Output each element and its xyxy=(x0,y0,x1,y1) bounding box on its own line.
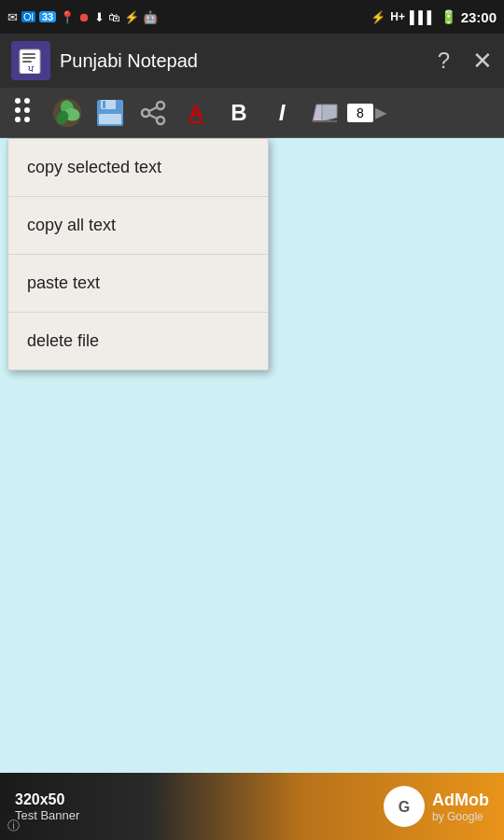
app-title: Punjabi Notepad xyxy=(60,50,428,72)
android-icon: 🤖 xyxy=(143,10,158,24)
ad-text-block: 320x50 Test Banner xyxy=(15,791,79,822)
ad-banner: 320x50 Test Banner G AdMob by Google ⓘ xyxy=(0,773,504,840)
svg-point-20 xyxy=(142,109,149,117)
dots-menu-button[interactable] xyxy=(4,92,45,133)
svg-point-21 xyxy=(157,117,164,124)
ad-size-text: 320x50 xyxy=(15,791,79,808)
eraser-icon xyxy=(309,101,341,125)
svg-point-7 xyxy=(15,117,21,122)
svg-point-5 xyxy=(15,98,21,104)
record-icon: ⏺ xyxy=(78,10,91,24)
italic-icon: I xyxy=(279,100,286,126)
svg-point-19 xyxy=(157,102,164,109)
font-size-display[interactable]: 8 xyxy=(347,104,373,122)
svg-point-9 xyxy=(24,107,30,113)
save-button[interactable] xyxy=(90,92,131,133)
ad-logo: G AdMob by Google xyxy=(384,786,489,827)
signal-icon: ▌▌▌ xyxy=(410,10,436,24)
svg-point-6 xyxy=(15,107,21,113)
svg-line-23 xyxy=(149,115,157,119)
status-icons-left: ✉ Ol 33 📍 ⏺ ⬇ 🛍 ⚡ 🤖 xyxy=(7,10,158,24)
dropdown-menu: copy selected text copy all text paste t… xyxy=(7,138,269,371)
svg-rect-3 xyxy=(22,61,32,63)
location-icon: 📍 xyxy=(60,10,75,24)
eraser-button[interactable] xyxy=(304,92,345,133)
svg-rect-17 xyxy=(103,101,105,108)
svg-rect-2 xyxy=(22,57,35,59)
svg-text:ਪ: ਪ xyxy=(27,64,35,74)
menu-item-copy-selected[interactable]: copy selected text xyxy=(8,139,268,197)
admob-google-text: by Google xyxy=(432,810,489,823)
ad-subtitle-text: Test Banner xyxy=(15,808,79,822)
battery-icon: 🔋 xyxy=(441,9,456,24)
expand-arrow-icon[interactable]: ▶ xyxy=(375,104,386,121)
content-area: copy selected text copy all text paste t… xyxy=(0,138,504,773)
svg-rect-18 xyxy=(99,114,121,124)
shopping-icon: 🛍 xyxy=(108,10,120,24)
admob-brand-name: AdMob xyxy=(432,791,489,810)
recycle-icon xyxy=(51,97,83,129)
status-icons-right: ⚡ H+ ▌▌▌ 🔋 23:00 xyxy=(371,9,497,25)
share-button[interactable] xyxy=(133,92,174,133)
ad-info-icon: ⓘ xyxy=(7,818,20,834)
hplus-icon: H+ xyxy=(390,10,405,23)
toolbar: A B I 8 ▶ xyxy=(0,88,504,138)
bold-button[interactable]: B xyxy=(218,92,259,133)
admob-logo-icon: G xyxy=(384,786,425,827)
title-bar: ਪ Punjabi Notepad ? ✕ xyxy=(0,34,504,88)
svg-rect-1 xyxy=(22,53,35,55)
app-icon: ਪ xyxy=(11,41,50,80)
email-icon: ✉ xyxy=(7,10,18,24)
status-time: 23:00 xyxy=(461,9,497,25)
text-underline-icon: A xyxy=(189,101,203,125)
help-button[interactable]: ? xyxy=(438,48,450,74)
admob-brand-block: AdMob by Google xyxy=(432,791,489,823)
italic-button[interactable]: I xyxy=(261,92,302,133)
number-badge: 33 xyxy=(39,11,56,22)
bluetooth-icon: ⚡ xyxy=(371,10,385,24)
menu-item-paste[interactable]: paste text xyxy=(8,255,268,313)
recycle-button[interactable] xyxy=(47,92,88,133)
outlook-icon: Ol xyxy=(21,11,35,22)
svg-text:G: G xyxy=(399,799,410,815)
svg-line-22 xyxy=(149,107,157,111)
dots-icon xyxy=(14,93,35,132)
bold-icon: B xyxy=(231,100,246,126)
svg-marker-25 xyxy=(313,105,322,121)
svg-point-10 xyxy=(24,117,30,122)
save-icon xyxy=(95,98,125,128)
menu-item-copy-all[interactable]: copy all text xyxy=(8,197,268,255)
underline-button[interactable]: A xyxy=(175,92,217,133)
status-bar: ✉ Ol 33 📍 ⏺ ⬇ 🛍 ⚡ 🤖 ⚡ H+ ▌▌▌ 🔋 23:00 xyxy=(0,0,504,34)
close-button[interactable]: ✕ xyxy=(472,47,493,76)
share-icon xyxy=(140,100,166,126)
usb-icon: ⚡ xyxy=(124,10,139,24)
download-icon: ⬇ xyxy=(94,10,105,24)
menu-item-delete-file[interactable]: delete file xyxy=(8,313,268,370)
svg-point-8 xyxy=(24,98,30,104)
